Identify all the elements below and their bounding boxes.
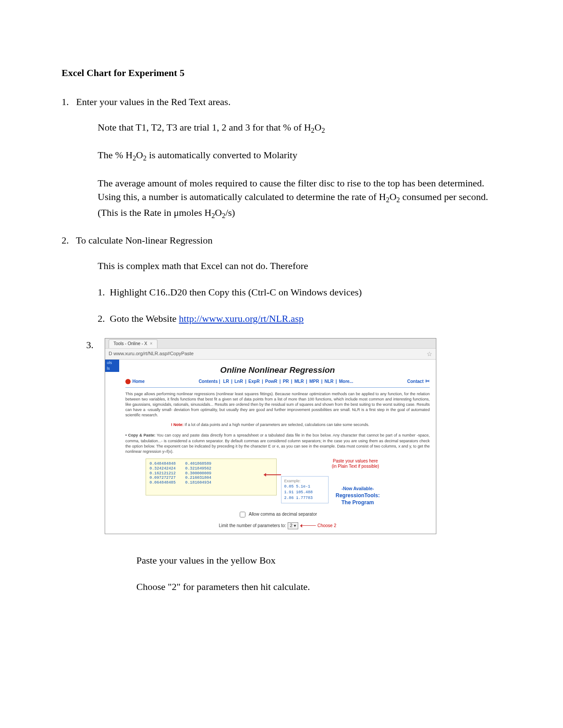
data-row-4: 0.064848485 0.181604934	[150, 480, 211, 485]
onr-title: Online Nonlinear Regression	[125, 361, 430, 378]
data-area: 0.648484848 0.401868589 0.324242424 0.32…	[125, 459, 430, 503]
step-1: 1. Enter your values in the Red Text are…	[62, 95, 501, 109]
page-body: ols ls Online Nonlinear Regression Home …	[105, 360, 436, 534]
browser-tab[interactable]: Tools - Online - X ×	[109, 339, 157, 348]
after-line-1: Paste your values in the yellow Box	[136, 553, 501, 568]
page-main: Online Nonlinear Regression Home Content…	[119, 360, 436, 534]
step-1-text: Enter your values in the Red Text areas.	[76, 96, 230, 107]
example-label: Example:	[284, 478, 325, 484]
pct-prefix: The % H	[98, 149, 132, 160]
close-icon[interactable]: ×	[150, 341, 153, 347]
data-row-0: 0.648484848 0.401868589	[150, 462, 211, 466]
address-bar[interactable]: D www.xuru.org/rt/NLR.asp#CopyPaste ☆	[105, 348, 436, 360]
step-2-intro: This is complex math that Excel can not …	[98, 259, 501, 273]
sub1-num: 1.	[98, 287, 105, 298]
after-line-2: Choose "2" for parameters then hit calcu…	[136, 580, 501, 594]
avg-part3: /s)	[225, 207, 235, 218]
cp-body: You can copy and paste data directly fro…	[125, 433, 430, 453]
embedded-browser-screenshot: Tools - Online - X × D www.xuru.org/rt/N…	[105, 338, 436, 535]
step-2-sub2: 2. Goto the Website http://www.xuru.org/…	[98, 312, 501, 326]
note-text: Note that T1, T2, T3 are trial 1, 2 and …	[98, 122, 311, 133]
nav-mpr[interactable]: MPR	[309, 379, 319, 384]
limit-select[interactable]: 2 ▾	[288, 522, 298, 530]
step-2-number: 2.	[62, 235, 69, 246]
sub2-num: 2.	[98, 313, 105, 324]
right-column: Paste your values here (in Plain Text if…	[281, 459, 430, 503]
data-row-3: 0.097272727 0.216031804	[150, 476, 211, 480]
address-text: D www.xuru.org/rt/NLR.asp#CopyPaste	[109, 350, 194, 357]
allow-comma-label: Allow comma as decimal separator	[249, 511, 317, 518]
side-tab-2: ls	[107, 366, 117, 371]
step-1-number: 1.	[62, 96, 69, 107]
example-block: Example: 0.05 5.1e-1 1.91 105.488 2.86 1…	[281, 476, 329, 503]
browser-tabstrip: Tools - Online - X ×	[105, 339, 436, 348]
contact-label: Contact	[407, 379, 424, 385]
after-instructions: Paste your values in the yellow Box Choo…	[136, 553, 501, 594]
now-available: -Now Available-	[336, 486, 380, 492]
home-link[interactable]: Home	[125, 379, 145, 385]
note-lead: ! Note:	[171, 422, 184, 427]
contents-nav: Contents | LR | LnR | ExpR | PowR | PR |…	[198, 379, 354, 385]
step-1-note: Note that T1, T2, T3 are trial 1, 2 and …	[98, 120, 501, 136]
regtools-1[interactable]: RegressionTools:	[336, 492, 380, 499]
description-para: This page allows performing nonlinear re…	[125, 391, 430, 418]
choose-2-annotation: Choose 2	[318, 523, 336, 529]
allow-comma-input[interactable]	[240, 512, 245, 517]
note-box: ! Note: If a lot of data points and a hi…	[171, 422, 384, 427]
contents-label: Contents |	[199, 379, 220, 384]
nav-lnr[interactable]: LnR	[234, 379, 243, 384]
arrow-left-icon	[266, 474, 281, 475]
home-label: Home	[132, 379, 145, 385]
nav-powr[interactable]: PowR	[265, 379, 278, 384]
controls: Allow comma as decimal separator Limit t…	[125, 510, 430, 529]
nav-pr[interactable]: PR	[283, 379, 289, 384]
limit-value: 2 ▾	[290, 523, 296, 529]
step-2-text: To calculate Non-linear Regression	[76, 235, 213, 246]
step-2-sub3-row: 3. Tools - Online - X × D www.xuru.org/r…	[86, 338, 501, 535]
scissor-icon: ✂	[425, 378, 430, 385]
contact-link[interactable]: Contact ✂	[407, 378, 430, 385]
data-row-1: 0.324242424 0.321849562	[150, 466, 211, 471]
tab-title: Tools - Online - X	[113, 341, 147, 347]
paste-hint-2: (in Plain Text if possible)	[281, 464, 430, 469]
cp-lead: • Copy & Paste:	[125, 433, 155, 437]
document-page: Excel Chart for Experiment 5 1. Enter yo…	[0, 0, 563, 650]
copy-paste-para: • Copy & Paste: You can copy and paste d…	[125, 433, 430, 454]
step-2: 2. To calculate Non-linear Regression	[62, 233, 501, 248]
page-title: Excel Chart for Experiment 5	[62, 66, 501, 80]
nav-more[interactable]: More...	[339, 379, 353, 384]
regtools-2[interactable]: The Program	[336, 499, 380, 506]
side-tab-1: ols	[107, 360, 117, 366]
sub3-num: 3.	[86, 338, 94, 352]
paste-hint-1: Paste your values here	[281, 459, 430, 464]
right-side-promo: -Now Available- RegressionTools: The Pro…	[336, 486, 380, 506]
nav-nlr[interactable]: NLR	[325, 379, 334, 384]
nav-expr[interactable]: ExpR	[249, 379, 260, 384]
allow-comma-checkbox[interactable]: Allow comma as decimal separator	[238, 510, 317, 519]
pct-suffix: is automatically converted to Molarity	[146, 149, 297, 160]
nav-lr[interactable]: LR	[223, 379, 229, 384]
step-1-pct: The % H2O2 is automatically converted to…	[98, 148, 501, 164]
paste-hint: Paste your values here (in Plain Text if…	[281, 459, 430, 469]
paste-textarea[interactable]: 0.648484848 0.401868589 0.324242424 0.32…	[146, 459, 277, 495]
sub1-text: Highlight C16..D20 then Copy this (Ctrl-…	[110, 287, 362, 298]
data-row-2: 0.162121212 0.300000009	[150, 471, 211, 476]
star-icon[interactable]: ☆	[427, 349, 432, 358]
nav-row: Home Contents | LR | LnR | ExpR | PowR |…	[125, 378, 430, 387]
nav-mlr[interactable]: MLR	[294, 379, 304, 384]
step-1-avg: The average amount of moles required to …	[98, 176, 501, 222]
limit-label: Limit the number of parameters to:	[219, 523, 286, 529]
example-vals: 0.05 5.1e-1 1.91 105.488 2.86 1.77783	[284, 484, 325, 501]
sub2-prefix: Goto the Website	[110, 313, 179, 324]
note-body: If a lot of data points and a high numbe…	[183, 422, 369, 427]
step-2-sub1: 1. Highlight C16..D20 then Copy this (Ct…	[98, 285, 501, 299]
xuru-link[interactable]: http://www.xuru.org/rt/NLR.asp	[179, 313, 304, 324]
side-blue-tabs: ols ls	[105, 360, 119, 372]
home-icon	[125, 379, 131, 384]
